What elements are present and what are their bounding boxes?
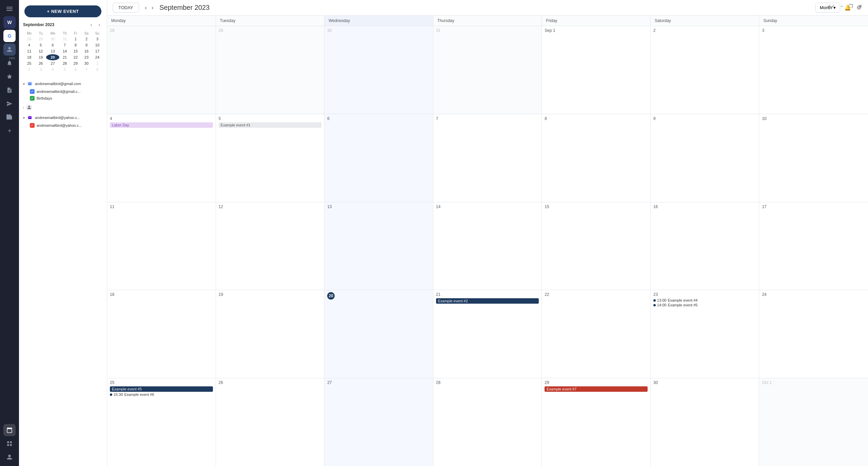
example-event-6[interactable]: 15:30 Example event #6: [110, 392, 213, 397]
day-sep-27[interactable]: 27: [324, 378, 433, 466]
avatar-icon[interactable]: [3, 43, 16, 56]
mini-date[interactable]: 2: [23, 66, 35, 73]
day-sep-10[interactable]: 10: [759, 114, 868, 202]
birthdays-calendar-item[interactable]: ✓ Birthdays: [19, 95, 107, 102]
mini-date[interactable]: 9: [81, 42, 92, 48]
mini-date[interactable]: 13: [46, 48, 59, 54]
mini-date[interactable]: 15: [70, 48, 81, 54]
day-sep-2[interactable]: 2: [651, 26, 760, 114]
mini-date[interactable]: 28: [23, 36, 35, 42]
plus-circle-icon[interactable]: +: [3, 125, 16, 137]
mini-date[interactable]: 8: [92, 66, 103, 73]
mini-date[interactable]: 6: [70, 66, 81, 73]
day-sep-23[interactable]: 23 13:00 Example event #4 14:00 Example …: [651, 290, 760, 378]
day-sep-14[interactable]: 14: [433, 202, 542, 290]
day-sep-6[interactable]: 6: [324, 114, 433, 202]
mini-date[interactable]: 4: [46, 66, 59, 73]
mini-date[interactable]: 7: [81, 66, 92, 73]
day-sep-24[interactable]: 24: [759, 290, 868, 378]
day-sep-4[interactable]: 4 Labor Day: [107, 114, 216, 202]
day-sep-5[interactable]: 5 Example event #1: [216, 114, 325, 202]
mini-date[interactable]: 30: [46, 36, 59, 42]
example-event-7[interactable]: Example event #7: [545, 386, 648, 392]
mini-date[interactable]: 30: [81, 60, 92, 66]
checkmark-button[interactable]: ✓✓: [826, 3, 836, 9]
mini-date[interactable]: 10: [92, 42, 103, 48]
calendar-sidebar-icon[interactable]: [3, 424, 16, 436]
mini-date[interactable]: 7: [59, 42, 70, 48]
example-event-5[interactable]: 14:00 Example event #5: [653, 303, 756, 307]
mini-date[interactable]: 8: [70, 42, 81, 48]
document-icon[interactable]: [3, 84, 16, 96]
mini-date[interactable]: 28: [59, 60, 70, 66]
yahoo-account-header[interactable]: ▾ andrewmailbird@yahoo.c...: [19, 113, 107, 122]
gmail-calendar-item[interactable]: ✓ andrewmailbird@gmail.c...: [19, 88, 107, 95]
day-sep-17[interactable]: 17: [759, 202, 868, 290]
mini-date[interactable]: 23: [81, 54, 92, 60]
day-sep-11[interactable]: 11: [107, 202, 216, 290]
mini-date[interactable]: 21: [59, 54, 70, 60]
mini-date[interactable]: 2: [81, 36, 92, 42]
mini-date[interactable]: 29: [70, 60, 81, 66]
mini-date[interactable]: 12: [35, 48, 46, 54]
minimize-button[interactable]: −: [839, 3, 845, 9]
day-sep-22[interactable]: 22: [542, 290, 651, 378]
mini-date[interactable]: 5: [59, 66, 70, 73]
send-icon[interactable]: [3, 98, 16, 110]
mini-date[interactable]: 6: [46, 42, 59, 48]
day-sep-26[interactable]: 26: [216, 378, 325, 466]
close-button[interactable]: ✕: [857, 3, 864, 9]
mini-date[interactable]: 31: [59, 36, 70, 42]
labor-day-event[interactable]: Labor Day: [110, 122, 213, 128]
day-sep-19[interactable]: 19: [216, 290, 325, 378]
mini-date[interactable]: 3: [35, 66, 46, 73]
mini-date[interactable]: 22: [70, 54, 81, 60]
brand-w-icon[interactable]: W: [3, 16, 16, 28]
day-oct-1[interactable]: Oct 1: [759, 378, 868, 466]
yahoo-calendar-item[interactable]: ✓ andrewmailbird@yahoo.c...: [19, 122, 107, 129]
day-sep-8[interactable]: 8: [542, 114, 651, 202]
box-icon[interactable]: [3, 111, 16, 123]
mini-date[interactable]: 16: [81, 48, 92, 54]
mini-date[interactable]: 25: [23, 60, 35, 66]
mini-date[interactable]: 4: [23, 42, 35, 48]
mini-date-today[interactable]: 20: [46, 54, 59, 60]
day-sep-13[interactable]: 13: [324, 202, 433, 290]
mini-date[interactable]: 1: [70, 36, 81, 42]
today-button[interactable]: TODAY: [113, 3, 139, 13]
mini-date[interactable]: 29: [35, 36, 46, 42]
day-sep-21[interactable]: 21 Example event #2: [433, 290, 542, 378]
day-sep-29[interactable]: 29 Example event #7: [542, 378, 651, 466]
mini-cal-prev[interactable]: ‹: [88, 21, 95, 28]
mini-date[interactable]: 17: [92, 48, 103, 54]
day-sep-12[interactable]: 12: [216, 202, 325, 290]
hamburger-menu[interactable]: [3, 3, 16, 15]
next-month-button[interactable]: ›: [150, 3, 155, 12]
person-bottom-icon[interactable]: [3, 451, 16, 463]
day-28-aug[interactable]: 28: [107, 26, 216, 114]
mini-date[interactable]: 26: [35, 60, 46, 66]
day-sep-3[interactable]: 3: [759, 26, 868, 114]
mini-date[interactable]: 5: [35, 42, 46, 48]
mini-date[interactable]: 14: [59, 48, 70, 54]
mini-date[interactable]: 11: [23, 48, 35, 54]
example-event-4[interactable]: 13:00 Example event #4: [653, 298, 756, 302]
brand-g-icon[interactable]: G: [3, 30, 16, 42]
notifications-icon[interactable]: 1684: [3, 57, 16, 69]
gmail-account-header[interactable]: ▾ andrewmailbird@gmail.com: [19, 79, 107, 88]
day-sep-1[interactable]: Sep 1: [542, 26, 651, 114]
mini-date[interactable]: 1: [92, 60, 103, 66]
mini-date[interactable]: 18: [23, 54, 35, 60]
example-event-1[interactable]: Example event #1: [219, 122, 322, 128]
new-event-button[interactable]: + NEW EVENT: [24, 5, 101, 17]
star-icon[interactable]: [3, 70, 16, 83]
day-sep-20[interactable]: 20: [324, 290, 433, 378]
mini-date[interactable]: 3: [92, 36, 103, 42]
day-sep-30[interactable]: 30: [651, 378, 760, 466]
grid-icon[interactable]: [3, 438, 16, 450]
example-event-2[interactable]: Example event #2: [436, 298, 539, 304]
day-sep-7[interactable]: 7: [433, 114, 542, 202]
day-sep-9[interactable]: 9: [651, 114, 760, 202]
day-31-aug[interactable]: 31: [433, 26, 542, 114]
mini-date[interactable]: 27: [46, 60, 59, 66]
